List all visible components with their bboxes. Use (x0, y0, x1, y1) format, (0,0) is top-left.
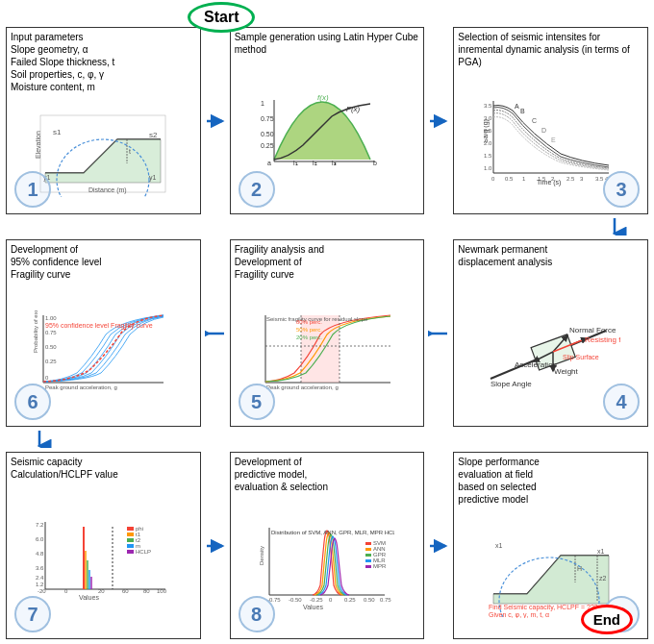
svg-text:1: 1 (261, 100, 264, 107)
cell-2-svg: b a l₁ l₂ l₃ 1 0.75 0.50 0.25 f(x) F(x) (260, 92, 394, 179)
start-label: Start (188, 2, 255, 33)
cell-8-number: 8 (239, 596, 275, 632)
svg-text:2.5: 2.5 (566, 176, 575, 182)
svg-text:Acceleration: Acceleration (515, 360, 557, 369)
cell-5-svg: Seismic fragility curve for residual slo… (258, 310, 397, 397)
cell-8-title: Development of predictive model, evaluat… (231, 453, 424, 494)
main-container: Start Input parameters Slope geometry, α… (0, 0, 654, 644)
cell-5-number: 5 (239, 384, 275, 420)
svg-text:A: A (515, 103, 519, 110)
cell-4-number: 4 (603, 384, 640, 420)
cell-6-svg: 95% confidence level Fragility curve Pea… (34, 310, 173, 397)
svg-text:Normal Force: Normal Force (569, 326, 616, 334)
svg-text:HCLP: HCLP (136, 549, 151, 555)
svg-text:60: 60 (122, 588, 129, 594)
arrow-5-6-svg (205, 319, 226, 348)
svg-text:100: 100 (157, 588, 167, 594)
cell-2-title: Sample generation using Latin Hyper Cube… (231, 28, 424, 57)
svg-text:95% confidence level Fragility: 95% confidence level Fragility curve (45, 322, 153, 330)
svg-text:50% perc.: 50% perc. (296, 327, 322, 333)
svg-text:20: 20 (98, 588, 105, 594)
svg-text:Values: Values (303, 604, 323, 609)
cell-6: Development of 95% confidence level Frag… (6, 239, 201, 427)
cell-6-number: 6 (14, 384, 51, 420)
rows-wrapper: Input parameters Slope geometry, α Faile… (6, 27, 648, 639)
svg-text:Distance (m): Distance (m) (88, 186, 127, 194)
svg-text:s2: s2 (149, 131, 158, 139)
svg-text:H: H (577, 565, 582, 572)
svg-text:s1: s1 (53, 128, 62, 136)
svg-text:1.0: 1.0 (484, 165, 492, 171)
svg-text:B: B (520, 108, 525, 114)
svg-rect-109 (127, 527, 134, 531)
svg-text:0.25: 0.25 (261, 142, 274, 149)
cell-3-svg: A B C D E Time (s) Sa/g (g) 3.5 3.0 2.5 … (484, 96, 618, 187)
cell-1-title: Input parameters Slope geometry, α Faile… (7, 28, 200, 94)
svg-text:D: D (541, 127, 546, 134)
svg-rect-139 (365, 565, 371, 568)
svg-text:80% perc.: 80% perc. (296, 319, 322, 325)
cell-1: Input parameters Slope geometry, α Faile… (6, 27, 201, 214)
down-arrow-6-7 (25, 431, 54, 448)
svg-text:20% perc.: 20% perc. (296, 334, 322, 340)
arrow-4-5 (428, 239, 449, 427)
svg-text:Peak ground acceleration, g: Peak ground acceleration, g (45, 384, 117, 390)
svg-text:0.50: 0.50 (364, 597, 375, 603)
row-3: Seismic capacity Calculation/HCLPF value (6, 452, 648, 639)
svg-text:0.50: 0.50 (45, 344, 57, 350)
arrow-8-9 (428, 452, 449, 639)
cell-7-svg: -20 0 20 60 80 100 Values 7.2 6.0 4.8 3.… (36, 517, 170, 604)
cell-3-number: 3 (603, 171, 640, 208)
svg-text:0.25: 0.25 (45, 359, 57, 364)
svg-text:MPR: MPR (373, 563, 387, 569)
svg-text:l₁: l₁ (293, 160, 298, 166)
svg-text:3.6: 3.6 (36, 565, 44, 571)
arrow-1-2 (205, 27, 226, 214)
svg-rect-113 (127, 538, 134, 542)
svg-text:Find Seismic capacity, HCLPF =: Find Seismic capacity, HCLPF = ??? (489, 604, 598, 611)
svg-text:0: 0 (491, 176, 495, 182)
svg-text:Distribution of SVM, ANN, GPR,: Distribution of SVM, ANN, GPR, MLR, MPR … (271, 530, 394, 535)
svg-text:0.50: 0.50 (261, 131, 274, 137)
svg-text:E: E (551, 136, 556, 143)
svg-text:2.0: 2.0 (484, 140, 492, 146)
svg-text:Weight: Weight (554, 367, 579, 376)
cell-2-number: 2 (239, 171, 275, 208)
arrow-8-9-svg (428, 532, 449, 560)
cell-5-title: Fragility analysis and Development of Fr… (231, 240, 424, 282)
end-label: End (581, 605, 633, 634)
svg-text:Given c, φ, γ, m, t, α: Given c, φ, γ, m, t, α (489, 611, 549, 618)
svg-text:b: b (373, 160, 377, 166)
svg-text:Density: Density (260, 546, 264, 565)
svg-text:C: C (532, 117, 537, 124)
between-rows-1 (6, 218, 648, 235)
cell-3-title: Selection of seismic intensites for inre… (454, 28, 647, 69)
svg-rect-135 (365, 554, 371, 557)
svg-text:z2: z2 (599, 575, 607, 582)
svg-text:1: 1 (522, 176, 526, 182)
svg-rect-133 (365, 548, 371, 551)
svg-text:Elevation: Elevation (36, 131, 41, 159)
svg-text:Values: Values (79, 594, 99, 601)
svg-text:Probability of exceedance, LSI: Probability of exceedance, LSIM (34, 310, 38, 353)
svg-text:7.2: 7.2 (36, 522, 44, 528)
svg-text:80: 80 (143, 588, 150, 594)
svg-rect-115 (127, 544, 134, 548)
cell-1-svg: s1 s2 y1 y1 Distance (m) Elevation t (36, 111, 170, 197)
svg-text:1.2: 1.2 (36, 582, 44, 587)
svg-rect-137 (365, 559, 371, 562)
arrow-1-2-svg (205, 107, 226, 136)
arrow-5-6 (205, 239, 226, 427)
svg-text:0.25: 0.25 (344, 597, 356, 603)
cell-6-title: Development of 95% confidence level Frag… (7, 240, 200, 282)
cell-7-title: Seismic capacity Calculation/HCLPF value (7, 453, 200, 482)
down-arrow-3-4 (600, 218, 629, 235)
svg-text:0: 0 (329, 597, 333, 603)
arrow-7-8 (205, 452, 226, 639)
svg-text:l₃: l₃ (332, 160, 337, 166)
svg-text:0: 0 (45, 375, 49, 381)
svg-text:0.5: 0.5 (505, 176, 514, 182)
cell-7: Seismic capacity Calculation/HCLPF value (6, 452, 201, 639)
cell-9-svg: x1 x1 H z2 Find Seismic capacity, HCLPF … (484, 527, 618, 618)
cell-9-title: Slope performance evaluation at field ba… (454, 453, 647, 507)
